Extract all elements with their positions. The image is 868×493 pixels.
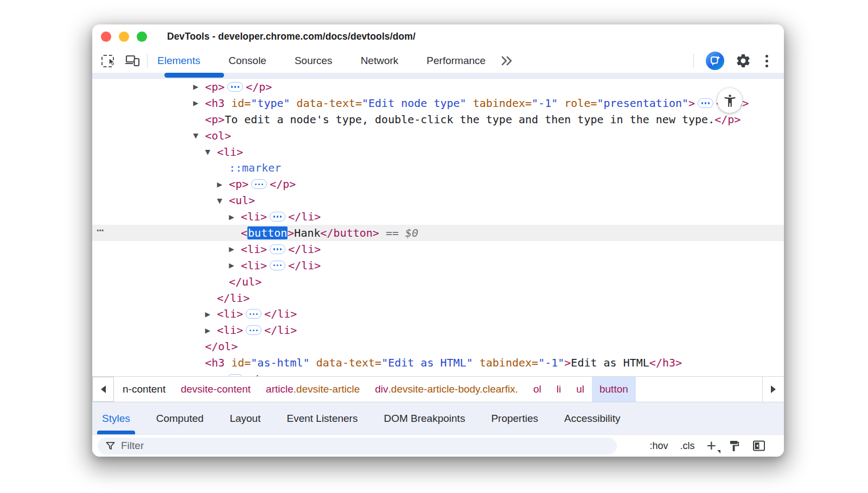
format-paint-button[interactable]: [728, 440, 741, 452]
dom-tag: <li>: [217, 146, 243, 159]
tab-layout[interactable]: Layout: [229, 402, 260, 434]
dom-tree-row[interactable]: ▼<ol>: [92, 128, 784, 144]
expand-ellipsis-icon[interactable]: [227, 82, 243, 92]
dom-tag: <p>: [205, 113, 225, 126]
settings-button[interactable]: [735, 53, 751, 69]
pseudo-state-toggle[interactable]: :hov: [649, 440, 668, 452]
tab-console[interactable]: Console: [228, 55, 266, 67]
disclosure-arrow-icon[interactable]: ▼: [193, 131, 205, 140]
tab-sources[interactable]: Sources: [295, 55, 333, 67]
disclosure-arrow-icon[interactable]: ▶: [205, 326, 217, 334]
tab-performance[interactable]: Performance: [426, 55, 486, 67]
zoom-button[interactable]: [137, 31, 147, 42]
main-toolbar: ElementsConsoleSourcesNetworkPerformance: [92, 49, 784, 73]
expand-ellipsis-icon[interactable]: [698, 98, 713, 108]
dom-tree-row[interactable]: ▶<li></li>: [92, 257, 784, 274]
expand-ellipsis-icon[interactable]: [251, 179, 267, 189]
filter-input[interactable]: Filter: [98, 438, 617, 454]
dom-tree-row[interactable]: ▶<li></li>: [92, 306, 784, 322]
dom-tree-row[interactable]: ▶<p></p>: [92, 79, 784, 95]
traffic-lights: [92, 31, 147, 42]
dom-tree-row[interactable]: ▶<li></li>: [92, 241, 784, 257]
expand-ellipsis-icon[interactable]: [270, 244, 285, 254]
dom-tag: <li>: [241, 243, 267, 256]
breadcrumb-item[interactable]: button: [592, 377, 636, 402]
dom-tree-row[interactable]: </ul>: [92, 274, 784, 290]
dom-tree-row[interactable]: ⋯<button>Hank</button> == $0: [92, 225, 784, 241]
breadcrumb-item[interactable]: li: [549, 377, 569, 402]
dom-tree-row[interactable]: ▼<li>: [92, 144, 784, 160]
dom-tag: </p>: [246, 80, 272, 93]
triangle-right-icon: [771, 385, 776, 393]
expand-ellipsis-icon[interactable]: [270, 212, 285, 222]
tab-event-listeners[interactable]: Event Listeners: [286, 402, 358, 434]
cursor-arrow-icon: [107, 58, 116, 67]
disclosure-arrow-icon[interactable]: ▶: [193, 83, 205, 91]
tab-elements[interactable]: Elements: [157, 55, 200, 67]
tab-properties[interactable]: Properties: [491, 402, 538, 434]
dock-sidebar-icon: [752, 440, 765, 452]
breadcrumb-tag: div: [375, 383, 388, 395]
expand-ellipsis-icon[interactable]: [246, 309, 261, 319]
ai-assistant-icon: [709, 55, 721, 67]
disclosure-arrow-icon[interactable]: ▼: [205, 148, 217, 156]
dom-tree-row[interactable]: </ol>: [92, 338, 784, 355]
disclosure-arrow-icon[interactable]: ▶: [229, 245, 241, 253]
dom-tree-row[interactable]: ::marker: [92, 160, 784, 176]
disclosure-arrow-icon[interactable]: ▶: [217, 180, 229, 188]
disclosure-arrow-icon[interactable]: ▶: [229, 261, 241, 269]
breadcrumb-scroll-left-button[interactable]: [92, 377, 114, 402]
dom-tree-row[interactable]: <p>To edit a node's type, double-click t…: [92, 111, 784, 128]
minimize-button[interactable]: [119, 31, 129, 42]
dom-tree-row[interactable]: ▶<li></li>: [92, 322, 784, 338]
dom-tag: </p>: [270, 178, 296, 191]
breadcrumb-item[interactable]: devsite-content: [173, 377, 258, 402]
toolbar-divider: [147, 54, 148, 68]
dom-tree-row[interactable]: ▶<li></li>: [92, 208, 784, 225]
dom-tag: <li>: [217, 324, 243, 337]
dom-val: "presentation": [597, 97, 689, 110]
dom-tree-row[interactable]: ▶<h3 id="type" data-text="Edit node type…: [92, 95, 784, 111]
dom-tag: >: [688, 97, 695, 110]
breadcrumb-item[interactable]: article.devsite-article: [258, 377, 367, 402]
class-toggle[interactable]: .cls: [680, 440, 694, 452]
close-button[interactable]: [101, 31, 111, 42]
dom-tree-row[interactable]: </li>: [92, 290, 784, 306]
filter-funnel-icon: [105, 441, 116, 451]
kebab-menu-icon: [765, 55, 768, 67]
dom-tree-row[interactable]: <h3 id="as-html" data-text="Edit as HTML…: [92, 355, 784, 371]
tab-network[interactable]: Network: [361, 55, 399, 67]
tab-styles[interactable]: Styles: [102, 402, 130, 434]
breadcrumb-scroll-right-button[interactable]: [762, 377, 784, 402]
tab-dom-breakpoints[interactable]: DOM Breakpoints: [384, 402, 465, 434]
row-options-icon[interactable]: ⋯: [97, 223, 104, 237]
ai-assistant-button[interactable]: [706, 52, 724, 70]
tab-computed[interactable]: Computed: [156, 402, 204, 434]
new-style-rule-button[interactable]: +: [706, 440, 716, 451]
dom-tree-row[interactable]: ▶<p></p>: [92, 176, 784, 192]
expand-ellipsis-icon[interactable]: [270, 261, 285, 270]
dom-tag: <li>: [241, 259, 267, 272]
breadcrumb-item[interactable]: div.devsite-article-body.clearfix.: [367, 377, 526, 402]
disclosure-arrow-icon[interactable]: ▶: [205, 310, 217, 318]
dom-tree-row[interactable]: ▶<p></p>: [92, 371, 784, 376]
dom-tree-row[interactable]: ▼<ul>: [92, 192, 784, 208]
expand-ellipsis-icon[interactable]: [246, 325, 261, 335]
inspect-element-button[interactable]: [99, 53, 116, 69]
disclosure-arrow-icon[interactable]: ▶: [193, 99, 205, 107]
breadcrumb-item[interactable]: n-content: [115, 377, 173, 402]
disclosure-arrow-icon[interactable]: ▼: [217, 197, 229, 205]
more-tabs-button[interactable]: [500, 55, 514, 67]
breadcrumb-item[interactable]: ol: [526, 377, 549, 402]
tab-accessibility[interactable]: Accessibility: [564, 402, 620, 434]
device-toolbar-icon: [125, 54, 140, 67]
breadcrumb-item[interactable]: ul: [569, 377, 592, 402]
device-toolbar-button[interactable]: [124, 53, 141, 69]
filter-placeholder: Filter: [121, 440, 144, 452]
dock-sidebar-button[interactable]: [752, 440, 765, 452]
dom-dollar: $0: [405, 226, 418, 239]
disclosure-arrow-icon[interactable]: ▶: [229, 213, 241, 221]
more-options-button[interactable]: [762, 53, 771, 69]
breadcrumb-tag: article: [266, 383, 293, 395]
dom-tag: <ul>: [229, 194, 255, 207]
